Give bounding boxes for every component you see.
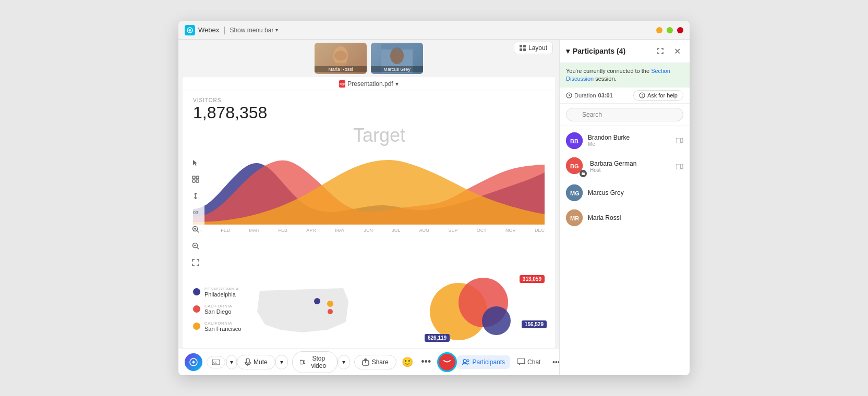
layout-button[interactable]: Layout bbox=[514, 42, 553, 54]
stop-video-button[interactable]: Stop video bbox=[292, 351, 337, 373]
svg-text:PDF: PDF bbox=[340, 83, 345, 86]
video-thumbnails: Maria Rossi Marcus Grey bbox=[315, 40, 423, 77]
presentation-header: PDF Presentation.pdf ▾ bbox=[183, 77, 555, 91]
right-panel: ▾ Participants (4) ✕ You're currently co… bbox=[559, 40, 690, 375]
stop-video-button-group: Stop video ▾ bbox=[292, 351, 350, 373]
cc-dropdown[interactable]: ▾ bbox=[226, 355, 237, 369]
webex-icon bbox=[185, 25, 195, 35]
svg-text:CC: CC bbox=[213, 361, 218, 364]
close-button[interactable] bbox=[677, 27, 683, 33]
avatar-brandon: BB bbox=[566, 132, 583, 149]
app-name: Webex bbox=[198, 26, 219, 34]
mute-button[interactable]: Mute bbox=[237, 355, 275, 369]
maria-label: Maria Rossi bbox=[315, 66, 367, 72]
bottom-charts: PENNSYLVANIA Philadelphia CALIFORNIA San… bbox=[183, 270, 555, 348]
share-icon bbox=[362, 358, 369, 366]
svg-rect-6 bbox=[520, 45, 522, 47]
end-call-button[interactable] bbox=[437, 352, 457, 372]
tool-grid[interactable] bbox=[190, 174, 201, 185]
svg-point-19 bbox=[328, 309, 333, 314]
toolbar-left: CC ▾ bbox=[185, 353, 237, 371]
legend-item: PENNSYLVANIA Philadelphia bbox=[193, 287, 241, 298]
video-icon bbox=[676, 138, 683, 143]
mute-dropdown[interactable]: ▾ bbox=[275, 355, 288, 369]
tool-expand[interactable] bbox=[190, 257, 201, 268]
chevron-down-icon: ▾ bbox=[275, 27, 278, 33]
tool-chevrons[interactable] bbox=[190, 190, 201, 202]
toolbar-right: Participants Chat ••• bbox=[457, 354, 559, 370]
legend-item: CALIFORNIA San Francisco bbox=[193, 321, 241, 332]
participant-info-brandon: Brandon Burke Me bbox=[588, 134, 671, 147]
visitors-count: 1,878,358 bbox=[193, 103, 545, 122]
avatar-marcus: MG bbox=[566, 184, 583, 201]
titlebar-separator: | bbox=[223, 26, 225, 35]
tool-cursor[interactable] bbox=[190, 157, 201, 168]
pdf-icon: PDF bbox=[339, 80, 345, 88]
more-options-button[interactable]: ••• bbox=[548, 354, 559, 370]
maximize-button[interactable] bbox=[667, 27, 673, 33]
svg-rect-13 bbox=[196, 176, 199, 179]
section-link[interactable]: Section Discussion bbox=[566, 68, 670, 82]
show-menu-btn[interactable]: Show menu bar ▾ bbox=[230, 27, 278, 34]
ai-button[interactable] bbox=[185, 353, 202, 371]
emoji-button[interactable]: 🙂 bbox=[401, 354, 415, 370]
participant-item: MG Marcus Grey bbox=[560, 180, 690, 205]
video-off-icon bbox=[300, 360, 305, 365]
expand-icon bbox=[657, 47, 664, 55]
svg-rect-5 bbox=[381, 44, 413, 49]
video-dropdown[interactable]: ▾ bbox=[337, 355, 350, 369]
svg-rect-24 bbox=[246, 358, 249, 363]
duration-badge: Duration 03:01 bbox=[566, 92, 613, 98]
bubble-label-156: 156,529 bbox=[522, 320, 547, 328]
chevron-down-icon: ▾ bbox=[566, 47, 570, 55]
content-area: Maria Rossi Marcus Grey bbox=[178, 40, 559, 375]
video-bar: Maria Rossi Marcus Grey bbox=[178, 40, 559, 77]
svg-point-18 bbox=[327, 301, 333, 307]
svg-point-20 bbox=[314, 298, 320, 304]
chevron-down-icon: ▾ bbox=[395, 80, 399, 88]
svg-rect-7 bbox=[523, 45, 526, 47]
chart-area: VISITORS 1,878,358 Target JAN FE bbox=[183, 91, 555, 270]
svg-rect-40 bbox=[676, 164, 681, 169]
app-window: Webex | Show menu bar ▾ bbox=[178, 21, 690, 375]
more-button[interactable]: ••• bbox=[419, 354, 433, 370]
app-logo: Webex bbox=[185, 25, 219, 35]
svg-text:?: ? bbox=[641, 94, 643, 97]
cc-button-group[interactable]: CC ▾ bbox=[207, 355, 237, 369]
share-button[interactable]: Share bbox=[354, 355, 396, 369]
cc-button[interactable]: CC bbox=[207, 356, 225, 368]
panel-actions: ✕ bbox=[654, 45, 683, 57]
svg-text:MG: MG bbox=[570, 190, 580, 196]
marcus-label: Marcus Grey bbox=[371, 66, 423, 72]
ai-icon bbox=[189, 357, 198, 367]
phone-icon bbox=[443, 360, 451, 364]
bubble-philadelphia bbox=[482, 306, 511, 335]
minimize-button[interactable] bbox=[656, 27, 662, 33]
svg-point-29 bbox=[467, 360, 469, 362]
tool-zoom-in[interactable] bbox=[190, 224, 201, 235]
video-thumb-maria: Maria Rossi bbox=[315, 43, 367, 74]
toolbar-center: Mute ▾ Stop video ▾ Share bbox=[237, 351, 457, 373]
area-chart bbox=[193, 141, 545, 225]
svg-rect-15 bbox=[196, 180, 199, 182]
cc-icon: CC bbox=[212, 360, 220, 365]
window-controls bbox=[656, 27, 683, 33]
close-panel-button[interactable]: ✕ bbox=[671, 45, 683, 57]
layout-icon bbox=[520, 45, 526, 51]
search-input[interactable] bbox=[566, 108, 683, 121]
participants-list: BB Brandon Burke Me BG bbox=[560, 126, 690, 375]
bubble-label-313: 313,059 bbox=[520, 275, 545, 283]
tool-page-num: 03 bbox=[190, 207, 201, 218]
svg-text:MR: MR bbox=[570, 215, 579, 221]
expand-panel-button[interactable] bbox=[654, 45, 667, 57]
visitors-label: VISITORS bbox=[193, 97, 545, 103]
avatar-maria: MR bbox=[566, 209, 583, 226]
video-icon bbox=[676, 164, 683, 169]
end-call-container: Leave session bbox=[437, 352, 457, 372]
tool-zoom-out[interactable] bbox=[190, 240, 201, 252]
chat-button[interactable]: Chat bbox=[512, 355, 546, 369]
avatar-barbara-wrapper: BG bbox=[566, 157, 585, 176]
ask-for-help-button[interactable]: ? Ask for help bbox=[633, 90, 683, 101]
participants-button[interactable]: Participants bbox=[457, 355, 510, 369]
video-thumb-marcus: Marcus Grey bbox=[371, 43, 423, 74]
